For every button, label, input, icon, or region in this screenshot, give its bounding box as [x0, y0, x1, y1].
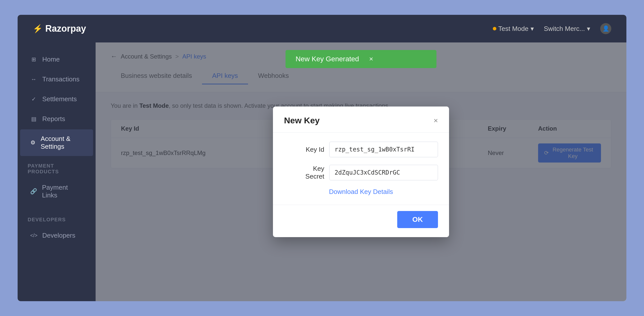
modal-footer: OK — [273, 205, 449, 237]
test-mode-button[interactable]: Test Mode ▾ — [493, 25, 534, 33]
notification-close-button[interactable]: × — [369, 55, 373, 63]
switch-merc-label: Switch Merc... — [544, 25, 585, 33]
app-window: ⚡ Razorpay Test Mode ▾ Switch Merc... ▾ … — [18, 15, 626, 301]
page-content: New Key Generated × ← Account & Settings… — [96, 42, 626, 301]
new-key-modal: New Key × Key Id KeySecret Download Key … — [273, 107, 449, 237]
sidebar-item-account-settings[interactable]: ⚙ Account & Settings — [20, 129, 93, 156]
sidebar-section-payment-products: PAYMENT PRODUCTS — [18, 157, 96, 177]
sidebar-item-settlements[interactable]: ✓ Settlements — [20, 90, 93, 109]
settings-icon: ⚙ — [30, 139, 35, 146]
logo-icon: ⚡ — [33, 24, 43, 33]
logo: ⚡ Razorpay — [33, 23, 86, 34]
sidebar-item-label: Settlements — [42, 95, 77, 103]
sidebar-item-label: Reports — [42, 115, 65, 123]
sidebar-item-label: Home — [42, 56, 60, 63]
settlements-icon: ✓ — [30, 96, 37, 102]
sidebar-section-developers: DEVELOPERS — [18, 211, 96, 225]
sidebar: ⊞ Home ↔ Transactions ✓ Settlements ▤ Re… — [18, 42, 96, 301]
notification-message: New Key Generated — [296, 55, 359, 63]
sidebar-item-label: Account & Settings — [41, 135, 83, 150]
payment-links-icon: 🔗 — [30, 188, 37, 195]
reports-icon: ▤ — [30, 116, 37, 122]
download-key-details-link[interactable]: Download Key Details — [284, 188, 438, 196]
key-id-label: Key Id — [284, 146, 324, 153]
user-avatar[interactable]: 👤 — [600, 23, 611, 34]
main-layout: ⊞ Home ↔ Transactions ✓ Settlements ▤ Re… — [18, 42, 626, 301]
developers-icon: </> — [30, 233, 37, 238]
switch-merchant-button[interactable]: Switch Merc... ▾ — [544, 25, 590, 33]
test-mode-dot — [493, 27, 496, 30]
sidebar-item-label: Transactions — [42, 75, 79, 83]
notification-banner: New Key Generated × — [286, 50, 436, 68]
modal-body: Key Id KeySecret Download Key Details — [273, 133, 449, 205]
sidebar-item-reports[interactable]: ▤ Reports — [20, 110, 93, 128]
switch-merc-dropdown-icon: ▾ — [587, 25, 590, 33]
key-secret-input[interactable] — [329, 165, 438, 180]
sidebar-item-label: Payment Links — [42, 184, 83, 199]
top-bar-right: Test Mode ▾ Switch Merc... ▾ 👤 — [493, 23, 611, 34]
modal-close-button[interactable]: × — [433, 116, 438, 125]
sidebar-item-label: Developers — [42, 232, 75, 239]
sidebar-item-transactions[interactable]: ↔ Transactions — [20, 70, 93, 89]
key-id-input[interactable] — [329, 142, 438, 157]
modal-header: New Key × — [273, 107, 449, 133]
ok-button[interactable]: OK — [397, 211, 438, 228]
key-id-row: Key Id — [284, 142, 438, 157]
transactions-icon: ↔ — [30, 76, 37, 83]
home-icon: ⊞ — [30, 56, 37, 63]
sidebar-item-payment-links[interactable]: 🔗 Payment Links — [20, 178, 93, 205]
sidebar-item-developers[interactable]: </> Developers — [20, 226, 93, 245]
modal-overlay: New Key × Key Id KeySecret Download Key … — [96, 42, 626, 301]
app-name: Razorpay — [45, 23, 86, 34]
test-mode-label: Test Mode — [498, 25, 529, 33]
test-mode-dropdown-icon: ▾ — [531, 25, 534, 33]
key-secret-label: KeySecret — [284, 165, 324, 180]
modal-title: New Key — [284, 116, 320, 125]
top-bar: ⚡ Razorpay Test Mode ▾ Switch Merc... ▾ … — [18, 15, 626, 42]
sidebar-item-home[interactable]: ⊞ Home — [20, 50, 93, 69]
key-secret-row: KeySecret — [284, 165, 438, 180]
user-icon-symbol: 👤 — [602, 25, 609, 32]
